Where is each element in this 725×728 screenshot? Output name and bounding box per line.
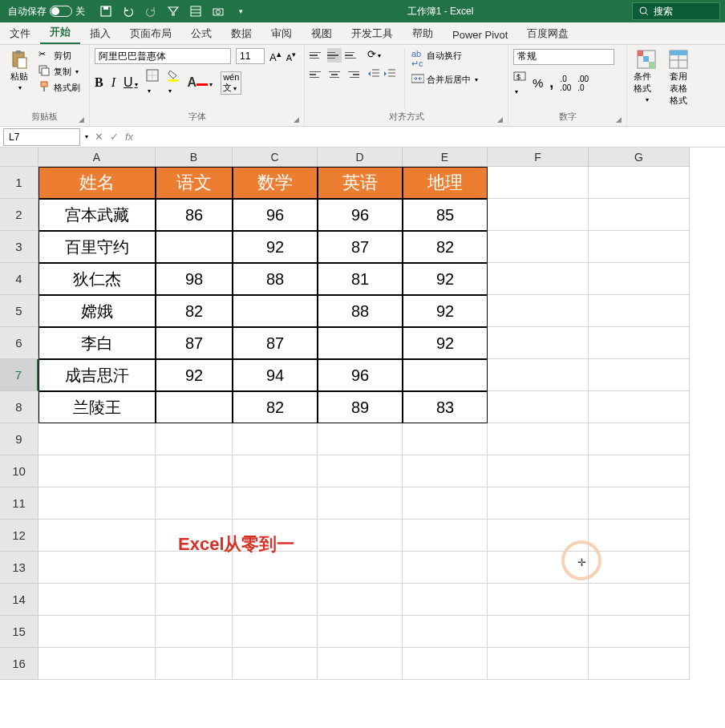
cell-E7[interactable]	[403, 359, 488, 391]
underline-button[interactable]: U▾	[124, 75, 138, 90]
row-header-9[interactable]: 9	[0, 423, 38, 455]
cell-E9[interactable]	[403, 423, 488, 455]
increase-decimal-icon[interactable]: .0.00	[560, 75, 571, 92]
cell-E4[interactable]: 92	[403, 263, 488, 295]
cell-D13[interactable]	[318, 552, 403, 584]
redo-icon[interactable]	[144, 5, 157, 18]
cell-C4[interactable]: 88	[233, 263, 318, 295]
col-header-F[interactable]: F	[488, 148, 589, 167]
cell-F11[interactable]	[488, 487, 589, 520]
align-launcher-icon[interactable]: ◢	[497, 115, 505, 123]
row-header-5[interactable]: 5	[0, 295, 38, 327]
col-header-C[interactable]: C	[233, 148, 318, 167]
cell-D15[interactable]	[318, 616, 403, 648]
paste-button[interactable]: 粘贴▾	[5, 48, 34, 109]
cell-G11[interactable]	[589, 487, 690, 520]
cell-G4[interactable]	[589, 263, 690, 295]
row-header-1[interactable]: 1	[0, 167, 38, 199]
cell-G12[interactable]	[589, 520, 690, 552]
merge-button[interactable]: 合并后居中▾	[410, 72, 480, 87]
camera-icon[interactable]	[212, 5, 225, 18]
cell-G10[interactable]	[589, 455, 690, 487]
tab-Power Pivot[interactable]: Power Pivot	[443, 26, 517, 44]
cell-G8[interactable]	[589, 391, 690, 423]
cell-G16[interactable]	[589, 648, 690, 680]
cell-C9[interactable]	[233, 423, 318, 455]
autosave-toggle[interactable]: 自动保存 关	[0, 5, 93, 18]
cell-F2[interactable]	[488, 199, 589, 231]
cell-B14[interactable]	[156, 584, 233, 616]
fmtpainter-button[interactable]: 格式刷	[37, 80, 82, 95]
col-header-D[interactable]: D	[318, 148, 403, 167]
cell-B13[interactable]	[156, 552, 233, 584]
cell-B1[interactable]: 语文	[156, 167, 233, 199]
align-left-icon[interactable]	[310, 67, 324, 82]
clipboard-launcher-icon[interactable]: ◢	[79, 115, 87, 123]
cell-G6[interactable]	[589, 327, 690, 359]
cell-A15[interactable]	[38, 616, 156, 648]
row-header-8[interactable]: 8	[0, 391, 38, 423]
cell-E10[interactable]	[403, 455, 488, 487]
cell-D11[interactable]	[318, 487, 403, 520]
cell-E1[interactable]: 地理	[403, 167, 488, 199]
number-format-select[interactable]	[513, 49, 614, 65]
cell-A8[interactable]: 兰陵王	[38, 391, 156, 423]
row-header-6[interactable]: 6	[0, 327, 38, 359]
cell-A6[interactable]: 李白	[38, 327, 156, 359]
cell-D8[interactable]: 89	[318, 391, 403, 423]
cell-B16[interactable]	[156, 648, 233, 680]
cell-G2[interactable]	[589, 199, 690, 231]
cell-D5[interactable]: 88	[318, 295, 403, 327]
tab-插入[interactable]: 插入	[80, 23, 120, 44]
formula-input[interactable]	[140, 128, 725, 146]
undo-icon[interactable]	[122, 5, 135, 18]
cell-F15[interactable]	[488, 616, 589, 648]
increase-indent-icon[interactable]	[383, 68, 396, 79]
align-bottom-icon[interactable]	[345, 48, 359, 63]
cell-G15[interactable]	[589, 616, 690, 648]
cell-F5[interactable]	[488, 295, 589, 327]
cell-C10[interactable]	[233, 455, 318, 487]
cell-A10[interactable]	[38, 455, 156, 487]
cell-D9[interactable]	[318, 423, 403, 455]
cell-B10[interactable]	[156, 455, 233, 487]
filter-icon[interactable]	[167, 5, 180, 18]
italic-button[interactable]: I	[111, 75, 115, 90]
cell-A1[interactable]: 姓名	[38, 167, 156, 199]
cell-B9[interactable]	[156, 423, 233, 455]
cell-F7[interactable]	[488, 359, 589, 391]
cell-D3[interactable]: 87	[318, 231, 403, 263]
cell-A14[interactable]	[38, 584, 156, 616]
cell-A11[interactable]	[38, 487, 156, 520]
cell-E14[interactable]	[403, 584, 488, 616]
cell-G5[interactable]	[589, 295, 690, 327]
cell-E8[interactable]: 83	[403, 391, 488, 423]
increase-font-icon[interactable]: A▴	[269, 49, 281, 63]
cell-F14[interactable]	[488, 584, 589, 616]
name-box[interactable]	[3, 128, 80, 146]
cell-E3[interactable]: 82	[403, 231, 488, 263]
phonetic-button[interactable]: wén文▾	[221, 71, 241, 95]
tab-开发工具[interactable]: 开发工具	[342, 23, 403, 44]
form-icon[interactable]	[189, 5, 202, 18]
cell-F4[interactable]	[488, 263, 589, 295]
font-launcher-icon[interactable]: ◢	[294, 115, 302, 123]
cell-A4[interactable]: 狄仁杰	[38, 263, 156, 295]
row-header-15[interactable]: 15	[0, 616, 38, 648]
align-middle-icon[interactable]	[327, 48, 342, 63]
currency-button[interactable]: $▾	[513, 70, 526, 97]
cell-D1[interactable]: 英语	[318, 167, 403, 199]
tab-数据[interactable]: 数据	[221, 23, 261, 44]
bold-button[interactable]: B	[95, 75, 103, 90]
cell-C13[interactable]	[233, 552, 318, 584]
cond-format-button[interactable]: 条件格式▾	[632, 48, 661, 123]
cell-E13[interactable]	[403, 552, 488, 584]
cell-G1[interactable]	[589, 167, 690, 199]
cell-B6[interactable]: 87	[156, 327, 233, 359]
cell-C7[interactable]: 94	[233, 359, 318, 391]
tab-文件[interactable]: 文件	[0, 23, 40, 44]
tab-开始[interactable]: 开始	[40, 22, 80, 44]
align-top-icon[interactable]	[310, 48, 324, 63]
row-header-4[interactable]: 4	[0, 263, 38, 295]
number-launcher-icon[interactable]: ◢	[616, 115, 624, 123]
